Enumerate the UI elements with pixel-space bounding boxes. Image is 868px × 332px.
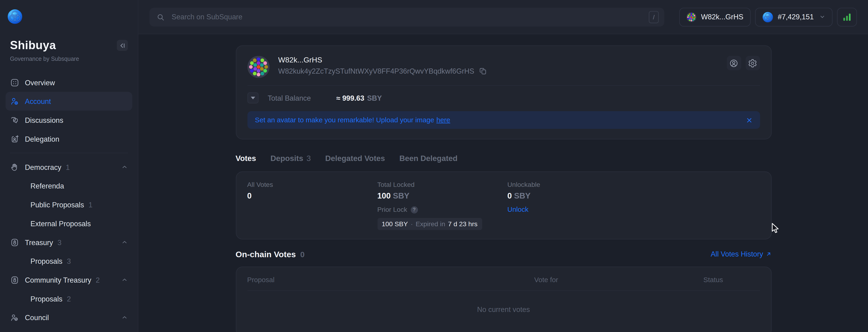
settings-button[interactable] [745,56,760,70]
sidebar-item-council[interactable]: Council [6,308,132,327]
gear-icon [748,58,757,68]
sidebar-item-count: 3 [57,238,61,246]
chain-logo-icon [762,11,773,22]
overview-icon [10,78,19,87]
sidebar-item-label: Democracy [25,163,61,171]
sidebar: Shibuya Governance by Subsquare Overview… [0,0,138,332]
unlockable-stat: Unlockable 0 SBY Unlock [507,181,760,230]
sidebar-divider [10,153,128,153]
block-number-button[interactable]: #7,429,151 [755,7,833,26]
treasury-icon [10,238,19,247]
banner-upload-link[interactable]: here [436,116,450,124]
sidebar-item-count: 1 [66,163,70,171]
account-card: W82k...GrHS W82kuk4y2ZcTzySTufNtWXyV8FF4… [236,45,771,139]
democracy-icon [10,162,19,172]
sidebar-item-label: Account [25,97,51,105]
prior-lock-expires: 7 d 23 hrs [448,220,477,228]
sidebar-item-treasury-proposals[interactable]: Proposals 3 [6,252,132,270]
search-icon [156,12,165,21]
question-circle-icon[interactable]: ? [410,206,418,213]
chevron-up-icon[interactable] [121,276,128,283]
table-header-vote-for: Vote for [534,276,703,284]
sidebar-item-count: 2 [67,295,71,303]
sidebar-item-label: Referenda [31,182,64,190]
green-bars-icon [843,12,851,21]
chevron-up-icon[interactable] [121,164,128,170]
council-icon [10,313,19,322]
unlock-link[interactable]: Unlock [507,206,529,213]
prior-lock-amount: 100 SBY [382,220,408,228]
chevron-up-icon[interactable] [121,314,128,321]
copy-address-icon[interactable] [479,67,487,75]
search-input[interactable] [170,12,658,22]
tab-delegated-votes[interactable]: Delegated Votes [325,154,385,163]
collapse-sidebar-button[interactable] [117,40,128,51]
person-circle-icon [729,58,738,68]
balance-dropdown-toggle[interactable] [247,92,258,103]
sidebar-item-label: Overview [25,78,55,87]
block-number: #7,429,151 [778,13,814,21]
sidebar-item-public-proposals[interactable]: Public Proposals 1 [6,195,132,214]
sidebar-item-community-treasury[interactable]: Community Treasury 2 [6,270,132,289]
delegation-icon [10,134,19,143]
sidebar-item-account[interactable]: Account [6,92,132,111]
chain-stats-button[interactable] [837,7,857,26]
balance-value: ≈ 999.63 [336,94,364,102]
unlockable-value: 0 [507,191,512,200]
tab-count: 3 [306,154,311,163]
sidebar-item-external-proposals[interactable]: External Proposals [6,214,132,233]
sidebar-item-delegation[interactable]: Delegation [6,129,132,148]
chevron-down-icon [819,14,825,20]
table-header-proposal: Proposal [247,276,534,284]
table-empty-text: No current votes [236,291,771,332]
sidebar-item-count: 2 [96,276,100,284]
identicon-avatar [247,56,269,78]
banner-text: Set an avatar to make you remarkable! Up… [255,116,434,124]
profile-button[interactable] [727,56,741,70]
tab-deposits[interactable]: Deposits3 [271,154,311,163]
onchain-votes-table: Proposal Vote for Status No current vote… [236,267,771,332]
sidebar-item-overview[interactable]: Overview [6,73,132,92]
sidebar-nav: Overview Account Discussions Delegation … [0,73,138,327]
search-bar[interactable]: / [150,7,664,26]
banner-close-icon[interactable] [746,117,752,123]
sidebar-item-discussions[interactable]: Discussions [6,111,132,130]
sidebar-item-label: Proposals [31,295,62,303]
account-icon [10,96,19,106]
tab-been-delegated[interactable]: Been Delegated [399,154,457,163]
account-address: W82kuk4y2ZcTzySTufNtWXyV8FF4P36rQwvYBqdk… [278,67,474,75]
topbar-actions: W82k...GrHS #7,429,151 [679,7,857,26]
balance-label: Total Balance [268,94,311,102]
sidebar-item-treasury[interactable]: Treasury 3 [6,233,132,252]
sidebar-item-label: Discussions [25,116,63,124]
connected-account-button[interactable]: W82k...GrHS [679,7,750,26]
search-shortcut-key: / [649,11,659,23]
identicon-icon [687,12,696,22]
arrow-up-right-icon [765,251,771,257]
prior-lock-expire-label: Expired in [415,220,445,228]
account-display-name: W82k...GrHS [278,56,487,64]
chevron-up-icon[interactable] [121,239,128,245]
total-locked-label: Total Locked [377,181,507,189]
chain-tagline: Governance by Subsquare [10,55,128,62]
onchain-votes-title: On-chain Votes [236,250,296,259]
sidebar-item-community-treasury-proposals[interactable]: Proposals 2 [6,289,132,308]
balance-symbol: SBY [367,94,382,102]
tab-votes[interactable]: Votes [236,154,256,163]
total-locked-symbol: SBY [393,191,409,200]
sidebar-item-label: Treasury [25,238,53,246]
main-content: W82k...GrHS W82kuk4y2ZcTzySTufNtWXyV8FF4… [139,35,868,332]
sidebar-item-democracy[interactable]: Democracy 1 [6,158,132,176]
prior-lock-label: Prior Lock [377,206,407,213]
sidebar-item-label: Delegation [25,135,59,143]
app-window: Shibuya Governance by Subsquare Overview… [0,0,868,332]
sidebar-item-referenda[interactable]: Referenda [6,176,132,195]
discussions-icon [10,115,19,125]
sidebar-item-label: Council [25,313,49,322]
prior-lock-chip: 100 SBY · Expired in 7 d 23 hrs [377,218,482,230]
prior-lock-separator: · [411,220,413,228]
votes-summary-panel: All Votes 0 Total Locked 100 SBY Prior L… [236,171,771,239]
sidebar-item-label: Public Proposals [31,200,84,209]
all-votes-history-link[interactable]: All Votes History [711,250,771,258]
chain-logo-icon[interactable] [7,9,23,24]
